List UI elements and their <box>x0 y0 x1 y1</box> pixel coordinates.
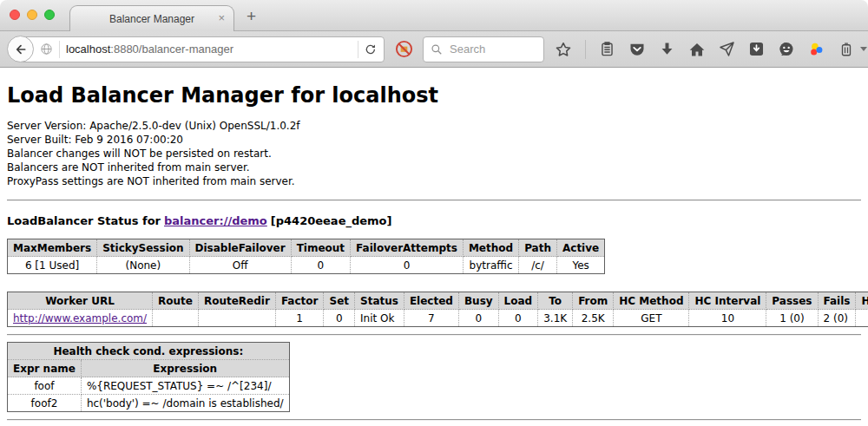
search-icon <box>431 43 443 56</box>
cell-route <box>153 310 199 327</box>
server-built-line: Server Built: Feb 9 2016 07:00:20 <box>7 133 861 147</box>
column-header: FailoverAttempts <box>351 239 464 257</box>
cell-busy: 0 <box>458 310 498 327</box>
cell-to: 3.1K <box>538 310 573 327</box>
cell-active: Yes <box>556 257 604 274</box>
back-button[interactable] <box>7 36 34 62</box>
globe-icon[interactable] <box>40 43 53 56</box>
url-text[interactable]: localhost:8880/balancer-manager <box>66 43 233 56</box>
cell-hc-uri <box>856 310 868 327</box>
reading-list-icon[interactable] <box>599 41 615 57</box>
table-caption-row: Health check cond. expressions: <box>8 343 290 360</box>
cell-expression: hc('body') =~ /domain is established/ <box>81 395 289 412</box>
balancer-settings-table: MaxMembers StickySession DisableFailover… <box>7 239 605 274</box>
status-suffix: [p4420eeae_demo] <box>271 214 392 227</box>
column-header: RouteRedir <box>198 292 275 310</box>
column-header: Set <box>324 292 355 310</box>
balancer-demo-link[interactable]: balancer://demo <box>164 214 267 227</box>
home-icon[interactable] <box>688 41 706 58</box>
column-header: Expression <box>81 360 289 377</box>
cell-factor: 1 <box>275 310 324 327</box>
cell-elected: 7 <box>404 310 458 327</box>
bookmark-star-icon[interactable] <box>555 41 572 58</box>
back-arrow-icon <box>14 43 28 56</box>
cell-hc-interval: 10 <box>689 310 766 327</box>
cell-disablefailover: Off <box>189 257 291 274</box>
pocket-icon[interactable] <box>628 41 646 58</box>
notice-line: Balancer changes will NOT be persisted o… <box>7 147 861 161</box>
navigation-toolbar: localhost:8880/balancer-manager <box>0 31 868 68</box>
cell-status: Init Ok <box>355 310 404 327</box>
urlbar-divider-right <box>358 41 358 58</box>
table-header-row: Worker URL Route RouteRedir Factor Set S… <box>8 292 868 310</box>
tab-title: Balancer Manager <box>109 13 194 25</box>
downloads-icon[interactable] <box>659 41 675 57</box>
table-row: 6 [1 Used] (None) Off 0 0 bytraffic /c/ … <box>8 257 605 274</box>
chat-smiley-icon[interactable] <box>778 41 795 58</box>
worker-url-link[interactable]: http://www.example.com/ <box>13 312 147 324</box>
column-header: Elected <box>404 292 458 310</box>
tab-close-icon[interactable]: × <box>218 12 225 24</box>
expr-row: foof %{REQUEST_STATUS} =~ /^[234]/ <box>8 377 290 395</box>
url-domain: localhost <box>66 43 110 56</box>
cell-method: bytraffic <box>463 257 518 274</box>
cell-stickysession: (None) <box>97 257 189 274</box>
cell-from: 2.5K <box>573 310 614 327</box>
column-header: Factor <box>275 292 324 310</box>
page-content: Load Balancer Manager for localhost Serv… <box>0 68 868 426</box>
download-extension-icon[interactable] <box>748 41 765 57</box>
url-path: :8880/balancer-manager <box>110 43 233 56</box>
column-header: HC Method <box>614 292 689 310</box>
column-header: Method <box>463 239 518 257</box>
table-header-row: MaxMembers StickySession DisableFailover… <box>8 239 605 257</box>
column-header: Path <box>519 239 557 257</box>
search-box[interactable] <box>423 36 544 62</box>
loadbalancer-status-heading: LoadBalancer Status forbalancer://demo[p… <box>7 214 861 227</box>
tab-balancer-manager[interactable]: Balancer Manager × <box>69 5 234 31</box>
column-header: To <box>538 292 573 310</box>
search-input[interactable] <box>448 42 536 56</box>
server-version-line: Server Version: Apache/2.5.0-dev (Unix) … <box>7 119 861 133</box>
cell-expression: %{REQUEST_STATUS} =~ /^[234]/ <box>81 377 289 395</box>
reload-icon[interactable] <box>365 43 377 56</box>
column-header: From <box>573 292 614 310</box>
column-header: StickySession <box>97 239 189 257</box>
close-window-button[interactable] <box>10 10 20 20</box>
minimize-window-button[interactable] <box>27 10 37 20</box>
bottom-divider <box>7 419 861 421</box>
toolbar-separator <box>585 40 586 59</box>
column-header: Active <box>556 239 604 257</box>
cell-path: /c/ <box>519 257 557 274</box>
page-title: Load Balancer Manager for localhost <box>7 83 861 108</box>
cell-set: 0 <box>324 310 355 327</box>
column-header: HC uri <box>856 292 868 310</box>
plugin-blocked-icon[interactable] <box>395 40 413 58</box>
cell-routeredir <box>198 310 275 327</box>
cell-load: 0 <box>498 310 538 327</box>
notice-line: Balancers are NOT inherited from main se… <box>7 161 861 174</box>
send-tab-icon[interactable] <box>719 41 735 57</box>
notice-line: ProxyPass settings are NOT inherited fro… <box>7 174 861 188</box>
urlbar-divider <box>59 41 60 58</box>
column-header: Load <box>498 292 538 310</box>
url-bar[interactable]: localhost:8880/balancer-manager <box>20 36 385 62</box>
column-header: Expr name <box>8 360 82 377</box>
overflow-caret-icon[interactable] <box>860 47 867 51</box>
cell-hc-method: GET <box>614 310 689 327</box>
container-extension-icon[interactable] <box>838 42 854 57</box>
column-header: Status <box>355 292 404 310</box>
expr-row: foof2 hc('body') =~ /domain is establish… <box>8 395 290 412</box>
column-header: Worker URL <box>8 292 153 310</box>
column-header: Fails <box>818 292 856 310</box>
column-header: HC Interval <box>689 292 766 310</box>
tab-bar: Balancer Manager × + <box>0 0 868 31</box>
cell-fails: 2 (0) <box>818 310 856 327</box>
cell-timeout: 0 <box>291 257 350 274</box>
cell-expr-name: foof2 <box>8 395 82 412</box>
new-tab-button[interactable]: + <box>247 7 256 26</box>
column-header: Busy <box>458 292 498 310</box>
column-header: Passes <box>766 292 818 310</box>
zoom-window-button[interactable] <box>44 10 55 20</box>
colored-dots-extension-icon[interactable] <box>808 41 825 58</box>
browser-window: Balancer Manager × + localhost:8880/bala… <box>0 0 868 426</box>
